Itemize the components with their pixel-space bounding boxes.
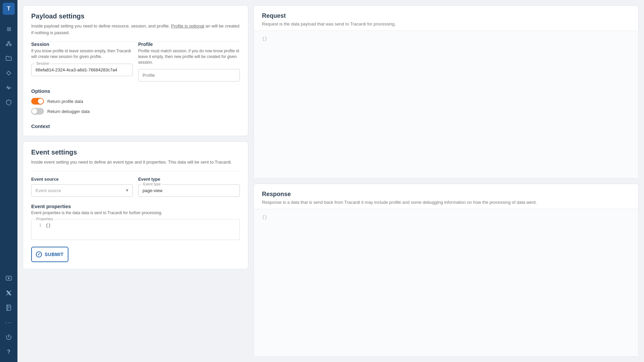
profile-title: Profile — [138, 42, 240, 47]
more-icon[interactable]: ··· — [3, 316, 15, 328]
svg-point-0 — [8, 42, 10, 43]
request-body: {} — [254, 31, 638, 178]
event-subtitle-text: Inside event setting you need to define … — [31, 160, 232, 165]
request-desc: Request is the data payload that was sen… — [262, 21, 630, 26]
return-debugger-toggle[interactable] — [31, 108, 44, 115]
line-numbers: 1 — [35, 223, 42, 236]
toggle-track-on — [31, 98, 44, 105]
session-field-group: Session If you know profile id leave ses… — [31, 42, 133, 81]
context-section: Context — [23, 123, 248, 136]
svg-line-4 — [9, 43, 10, 44]
payload-settings-subtitle: Inside payload setting you need to defin… — [31, 23, 240, 42]
event-type-input[interactable] — [139, 185, 239, 196]
pulse-icon[interactable] — [3, 82, 15, 94]
subtitle-normal: Inside payload setting you need to defin… — [31, 23, 171, 28]
payload-settings-header: Payload settings Inside payload setting … — [23, 6, 248, 42]
twitter-icon[interactable] — [3, 287, 15, 299]
response-title: Response — [262, 191, 630, 198]
submit-icon: ✓ — [36, 251, 42, 257]
request-header: Request Request is the data payload that… — [254, 6, 638, 31]
event-type-group: Event type Event type — [138, 177, 240, 197]
return-profile-toggle[interactable] — [31, 98, 44, 105]
power-icon[interactable] — [3, 331, 15, 343]
event-source-label: Event source — [31, 177, 133, 182]
session-input[interactable] — [32, 64, 132, 76]
event-type-floating-label: Event type — [142, 182, 162, 186]
profile-desc: Profile must match session, if you do no… — [138, 48, 240, 65]
event-type-label: Event type — [138, 177, 240, 182]
help-icon[interactable]: ? — [3, 346, 15, 358]
event-source-group: Event source Event source ▼ — [31, 177, 133, 197]
session-title: Session — [31, 42, 133, 47]
profile-input-wrapper — [138, 69, 240, 81]
payload-settings-card: Payload settings Inside payload setting … — [23, 5, 248, 136]
response-placeholder: {} — [262, 215, 267, 220]
sidebar-bottom: ··· ? — [3, 271, 15, 359]
properties-editor[interactable]: Properties 1 {} — [31, 219, 240, 240]
svg-point-1 — [6, 44, 8, 46]
return-profile-label: Return profile data — [47, 99, 83, 104]
route-icon[interactable] — [3, 67, 15, 79]
session-desc: If you know profile id leave session emp… — [31, 48, 133, 60]
event-source-select-wrapper: Event source ▼ — [31, 184, 133, 197]
event-props-desc: Event properties is the data data is sen… — [31, 210, 240, 215]
response-header: Response Response is a data that is send… — [254, 184, 638, 209]
book-icon[interactable] — [3, 302, 15, 314]
session-input-wrapper: Session — [31, 64, 133, 76]
event-source-row: Event source Event source ▼ Event type E… — [23, 177, 248, 197]
submit-label: SUBMIT — [45, 252, 64, 257]
youtube-icon[interactable] — [3, 272, 15, 284]
properties-label: Properties — [35, 217, 54, 221]
event-type-input-wrapper: Event type — [138, 184, 240, 197]
shield-icon[interactable] — [3, 97, 15, 109]
svg-marker-6 — [8, 277, 10, 279]
return-debugger-row: Return debugger data — [31, 108, 240, 115]
folder-icon[interactable] — [3, 52, 15, 64]
event-props-section: Event properties Event properties is the… — [23, 203, 248, 247]
request-card: Request Request is the data payload that… — [254, 5, 639, 178]
left-panel: Payload settings Inside payload setting … — [23, 5, 251, 357]
app-logo[interactable]: T — [3, 3, 15, 15]
right-panel: Request Request is the data payload that… — [254, 5, 639, 357]
request-title: Request — [262, 12, 630, 19]
event-settings-card: Event settings Inside event setting you … — [23, 141, 248, 269]
response-card: Response Response is a data that is send… — [254, 184, 639, 357]
subtitle-optional: Profile is optional — [171, 23, 204, 28]
event-settings-header: Event settings Inside event setting you … — [23, 142, 248, 171]
toggle-thumb-off — [32, 109, 37, 114]
event-settings-subtitle: Inside event setting you need to define … — [31, 159, 240, 171]
event-settings-title: Event settings — [31, 148, 240, 156]
svg-line-3 — [7, 43, 9, 44]
submit-button[interactable]: ✓ SUBMIT — [31, 247, 68, 262]
main-content: Payload settings Inside payload setting … — [17, 0, 644, 362]
context-title: Context — [31, 123, 240, 129]
profile-input[interactable] — [139, 69, 239, 81]
toggle-thumb — [38, 99, 43, 104]
options-section: Options Return profile data — [23, 88, 248, 123]
request-placeholder: {} — [262, 36, 267, 41]
home-icon[interactable]: ⊞ — [3, 23, 15, 35]
response-body: {} — [254, 209, 638, 356]
options-title: Options — [31, 88, 240, 94]
code-editor-body: 1 {} — [32, 220, 239, 240]
code-content: {} — [46, 223, 51, 236]
toggle-track-off — [31, 108, 44, 115]
event-props-title: Event properties — [31, 203, 240, 209]
event-source-select[interactable]: Event source — [32, 185, 132, 196]
svg-point-2 — [10, 44, 11, 46]
payload-settings-title: Payload settings — [31, 12, 240, 20]
sidebar: T ⊞ — [0, 0, 17, 362]
graph-icon[interactable] — [3, 38, 15, 50]
return-debugger-label: Return debugger data — [47, 109, 90, 114]
payload-fields: Session If you know profile id leave ses… — [23, 42, 248, 81]
return-profile-row: Return profile data — [31, 98, 240, 105]
profile-field-group: Profile Profile must match session, if y… — [138, 42, 240, 81]
session-floating-label: Session — [35, 61, 51, 65]
response-desc: Response is a data that is send back fro… — [262, 200, 630, 205]
